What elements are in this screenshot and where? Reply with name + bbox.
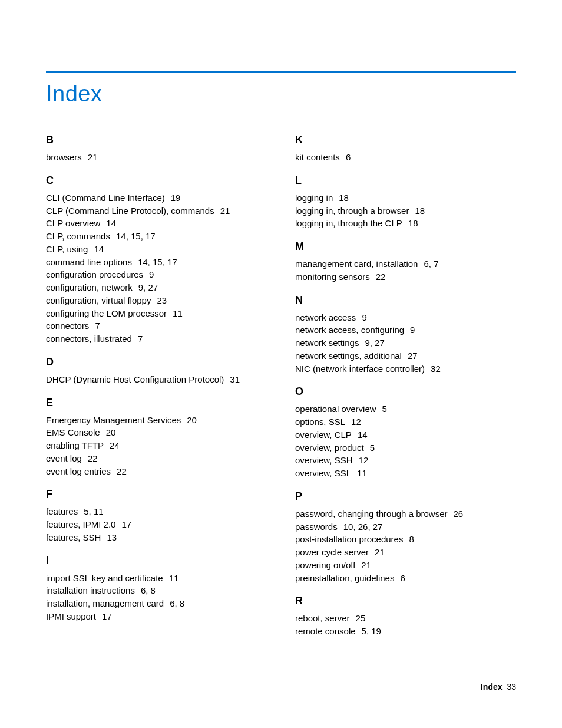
index-entry: power cycle server21: [295, 546, 516, 559]
index-entry-pages[interactable]: 11: [173, 308, 183, 318]
index-entry: remote console5, 19: [295, 625, 516, 638]
index-entry: monitoring sensors22: [295, 271, 516, 284]
index-entry-pages[interactable]: 14, 15, 17: [116, 231, 156, 241]
index-entry-term: configuration, network: [46, 282, 133, 292]
index-entry-pages[interactable]: 14, 15, 17: [138, 257, 177, 267]
page-footer: Index 33: [481, 682, 516, 691]
index-entry-pages[interactable]: 19: [171, 193, 181, 203]
index-entry-term: enabling TFTP: [46, 440, 104, 450]
index-entry: enabling TFTP24: [46, 439, 267, 452]
index-entry-pages[interactable]: 6, 8: [141, 585, 156, 595]
index-entry-term: connectors: [46, 321, 89, 331]
index-entry-term: monitoring sensors: [295, 272, 370, 282]
index-entry: CLP, commands14, 15, 17: [46, 230, 267, 243]
index-entry-pages[interactable]: 27: [408, 351, 418, 361]
index-entry: EMS Console20: [46, 426, 267, 439]
index-entry-pages[interactable]: 32: [431, 364, 441, 374]
index-entry-pages[interactable]: 22: [376, 272, 386, 282]
index-entry: event log22: [46, 452, 267, 465]
index-entry-pages[interactable]: 21: [375, 547, 385, 557]
index-entry: preinstallation, guidelines6: [295, 572, 516, 585]
index-entry: CLI (Command Line Interface)19: [46, 192, 267, 205]
index-entry-pages[interactable]: 8: [409, 534, 414, 544]
index-entry-pages[interactable]: 6, 8: [170, 598, 184, 608]
index-entry: CLP (Command Line Protocol), commands21: [46, 205, 267, 218]
index-entry-pages[interactable]: 31: [230, 374, 240, 384]
index-entry-pages[interactable]: 22: [88, 453, 98, 463]
index-entry-pages[interactable]: 21: [220, 206, 230, 216]
index-entry: network access, configuring9: [295, 324, 516, 337]
index-entry-pages[interactable]: 21: [88, 152, 98, 162]
index-entry: command line options14, 15, 17: [46, 256, 267, 269]
index-entry-term: overview, CLP: [295, 430, 352, 440]
index-entry-term: post-installation procedures: [295, 534, 403, 544]
index-entry-pages[interactable]: 22: [117, 466, 127, 476]
index-entry: overview, product5: [295, 442, 516, 454]
index-entry-pages[interactable]: 18: [339, 193, 349, 203]
index-entry-term: NIC (network interface controller): [295, 364, 425, 374]
index-entry-pages[interactable]: 9: [362, 312, 366, 322]
index-entry-pages[interactable]: 21: [361, 560, 371, 570]
index-letter-heading: M: [295, 241, 516, 253]
index-entry-pages[interactable]: 14: [106, 218, 116, 228]
index-entry: network settings, additional27: [295, 350, 516, 363]
index-entry-pages[interactable]: 24: [110, 440, 120, 450]
index-entry-pages[interactable]: 7: [95, 321, 100, 331]
index-entry-term: import SSL key and certificate: [46, 573, 163, 583]
index-entry-pages[interactable]: 23: [157, 295, 167, 305]
index-entry-term: network access: [295, 312, 356, 322]
index-entry-pages[interactable]: 11: [169, 573, 179, 583]
index-entry-pages[interactable]: 5, 19: [362, 626, 381, 636]
index-entry-pages[interactable]: 13: [107, 532, 117, 542]
index-column-right: Kkit contents6Llogging in18logging in, t…: [295, 134, 516, 638]
index-entry-pages[interactable]: 9, 27: [138, 282, 158, 292]
index-entry-pages[interactable]: 25: [356, 613, 366, 623]
index-entry-pages[interactable]: 20: [187, 415, 197, 425]
index-entry-term: CLP (Command Line Protocol), commands: [46, 206, 214, 216]
index-entry-term: Emergency Management Services: [46, 415, 181, 425]
index-entry: features, IPMI 2.017: [46, 518, 267, 531]
index-entry: browsers21: [46, 151, 267, 164]
index-entry-term: configuring the LOM processor: [46, 308, 167, 318]
index-letter-heading: O: [295, 386, 516, 398]
index-entry-pages[interactable]: 26: [454, 509, 464, 519]
index-entry-pages[interactable]: 12: [351, 417, 361, 427]
index-entry-pages[interactable]: 9: [149, 269, 154, 279]
index-entry-pages[interactable]: 9, 27: [365, 338, 384, 348]
index-letter-heading: E: [46, 397, 267, 409]
index-entry-pages[interactable]: 10, 26, 27: [343, 522, 383, 532]
index-entry: installation, management card6, 8: [46, 597, 267, 610]
footer-label: Index: [481, 682, 503, 691]
index-entry-pages[interactable]: 20: [106, 427, 116, 437]
index-letter-heading: N: [295, 294, 516, 307]
index-entry-pages[interactable]: 6, 7: [424, 259, 438, 269]
index-entry-pages[interactable]: 14: [94, 244, 104, 254]
index-letter-heading: C: [46, 174, 267, 187]
index-entry-pages[interactable]: 6: [346, 152, 351, 162]
index-entry: Emergency Management Services20: [46, 414, 267, 427]
index-entry-term: features, SSH: [46, 532, 101, 542]
index-entry-pages[interactable]: 5: [382, 404, 387, 414]
index-entry-pages[interactable]: 17: [121, 519, 131, 529]
index-entry: kit contents6: [295, 151, 516, 164]
index-entry-term: installation, management card: [46, 598, 164, 608]
index-entry-pages[interactable]: 5, 11: [84, 506, 103, 516]
index-entry-pages[interactable]: 6: [400, 573, 405, 583]
index-entry-term: manangement card, installation: [295, 259, 418, 269]
index-entry-pages[interactable]: 12: [359, 455, 369, 465]
index-entry: overview, SSH12: [295, 454, 516, 467]
index-entry-pages[interactable]: 17: [102, 611, 112, 621]
index-entry: DHCP (Dynamic Host Configuration Protoco…: [46, 373, 267, 386]
index-entry-pages[interactable]: 5: [370, 443, 375, 453]
index-entry: configuration, network9, 27: [46, 281, 267, 294]
index-entry-term: features, IPMI 2.0: [46, 519, 115, 529]
index-entry-pages[interactable]: 9: [410, 325, 415, 335]
index-letter-heading: P: [295, 490, 516, 503]
index-entry-pages[interactable]: 14: [358, 430, 368, 440]
index-entry-term: kit contents: [295, 152, 340, 162]
index-entry-pages[interactable]: 7: [138, 334, 143, 344]
index-entry-pages[interactable]: 11: [357, 468, 367, 478]
index-entry: overview, SSL11: [295, 467, 516, 480]
index-entry-pages[interactable]: 18: [408, 218, 418, 228]
index-entry-pages[interactable]: 18: [415, 206, 425, 216]
